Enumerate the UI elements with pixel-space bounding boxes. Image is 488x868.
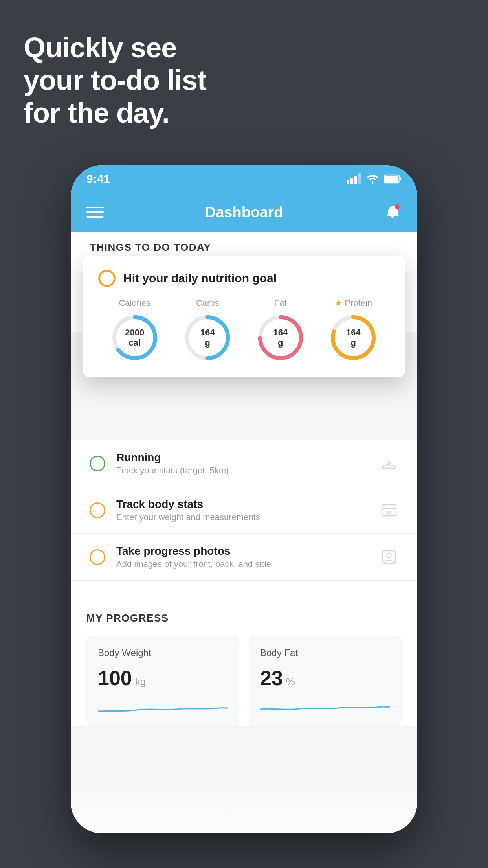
calories-value: 2000cal — [125, 327, 144, 348]
fat-ring: 164g — [255, 312, 306, 363]
fat-label: Fat — [274, 298, 287, 308]
todo-list: Running Track your stats (target: 5km) T… — [71, 440, 417, 726]
shoe-icon — [380, 454, 398, 473]
body-stats-desc: Enter your weight and measurements — [116, 512, 369, 522]
body-fat-chart — [260, 699, 390, 715]
wifi-icon — [365, 173, 380, 184]
hamburger-menu[interactable] — [86, 207, 104, 218]
body-stats-info: Track body stats Enter your weight and m… — [116, 498, 369, 522]
body-weight-chart — [98, 699, 228, 715]
hero-line3: for the day. — [24, 97, 206, 129]
status-bar: 9:41 — [71, 165, 417, 193]
progress-cards: Body Weight 100 kg Body Fat — [86, 636, 402, 726]
protein-value: 164g — [346, 327, 361, 348]
todo-item-progress-photos[interactable]: Take progress photos Add images of your … — [71, 534, 417, 581]
body-fat-card[interactable]: Body Fat 23 % — [249, 636, 402, 726]
carbs-value: 164g — [200, 327, 215, 348]
svg-point-18 — [387, 511, 391, 514]
protein-ring: 164g — [328, 312, 379, 363]
protein-label: ★ Protein — [334, 298, 372, 308]
hero-line2: your to-do list — [24, 64, 206, 97]
carbs-label: Carbs — [196, 298, 219, 308]
fat-stat: Fat 164g — [255, 298, 306, 363]
running-info: Running Track your stats (target: 5km) — [116, 451, 369, 476]
nutrition-header: Hit your daily nutrition goal — [98, 270, 390, 287]
content-area: THINGS TO DO TODAY Hit your daily nutrit… — [71, 232, 417, 833]
person-icon — [380, 548, 398, 566]
phone-mockup: 9:41 D — [71, 165, 417, 833]
hero-line1: Quickly see — [24, 31, 206, 64]
battery-icon — [384, 174, 402, 184]
protein-stat: ★ Protein 164g — [328, 298, 379, 363]
calories-ring: 2000cal — [109, 312, 160, 363]
todo-item-running[interactable]: Running Track your stats (target: 5km) — [71, 440, 417, 487]
body-fat-unit: % — [286, 676, 295, 688]
scale-icon — [380, 501, 398, 520]
calories-stat: Calories 2000cal — [109, 298, 160, 363]
body-weight-title: Body Weight — [98, 647, 228, 658]
body-weight-card[interactable]: Body Weight 100 kg — [86, 636, 239, 726]
time: 9:41 — [86, 172, 110, 186]
body-weight-num: 100 — [98, 666, 132, 690]
svg-rect-6 — [385, 176, 398, 182]
nutrition-card: Hit your daily nutrition goal Calories 2… — [83, 256, 405, 377]
svg-rect-5 — [399, 177, 401, 180]
photos-name: Take progress photos — [116, 545, 369, 557]
body-weight-value: 100 kg — [98, 666, 228, 690]
body-stats-circle — [90, 502, 105, 518]
carbs-stat: Carbs 164g — [182, 298, 233, 363]
body-fat-title: Body Fat — [260, 647, 390, 658]
calories-label: Calories — [119, 298, 150, 308]
svg-rect-0 — [347, 180, 349, 184]
body-weight-unit: kg — [135, 676, 146, 688]
nutrition-stats: Calories 2000cal Carbs — [98, 298, 390, 363]
nutrition-check-circle[interactable] — [98, 270, 116, 287]
svg-rect-1 — [350, 178, 353, 184]
things-section-label: THINGS TO DO TODAY — [90, 241, 398, 254]
photos-info: Take progress photos Add images of your … — [116, 545, 369, 569]
running-name: Running — [116, 451, 369, 464]
signal-icon — [347, 173, 361, 184]
body-fat-value: 23 % — [260, 666, 390, 690]
bottom-fade — [71, 755, 417, 833]
nav-bar: Dashboard — [71, 193, 417, 232]
photos-circle — [90, 549, 105, 565]
nav-title: Dashboard — [205, 204, 283, 221]
photos-desc: Add images of your front, back, and side — [116, 559, 369, 569]
progress-section-label: MY PROGRESS — [86, 612, 402, 624]
svg-point-7 — [395, 204, 400, 209]
progress-section: MY PROGRESS Body Weight 100 kg — [71, 596, 417, 726]
fat-value: 164g — [273, 327, 288, 348]
running-desc: Track your stats (target: 5km) — [116, 465, 369, 476]
svg-rect-3 — [358, 173, 361, 184]
notification-bell-icon[interactable] — [384, 204, 402, 221]
body-fat-num: 23 — [260, 666, 283, 690]
carbs-ring: 164g — [182, 312, 233, 363]
todo-item-body-stats[interactable]: Track body stats Enter your weight and m… — [71, 487, 417, 534]
status-icons — [347, 173, 402, 184]
nutrition-title: Hit your daily nutrition goal — [123, 272, 277, 285]
star-icon: ★ — [334, 298, 342, 308]
svg-point-20 — [387, 553, 391, 558]
svg-rect-2 — [354, 176, 357, 184]
running-circle — [90, 456, 105, 471]
body-stats-name: Track body stats — [116, 498, 369, 511]
hero-text: Quickly see your to-do list for the day. — [24, 31, 206, 129]
